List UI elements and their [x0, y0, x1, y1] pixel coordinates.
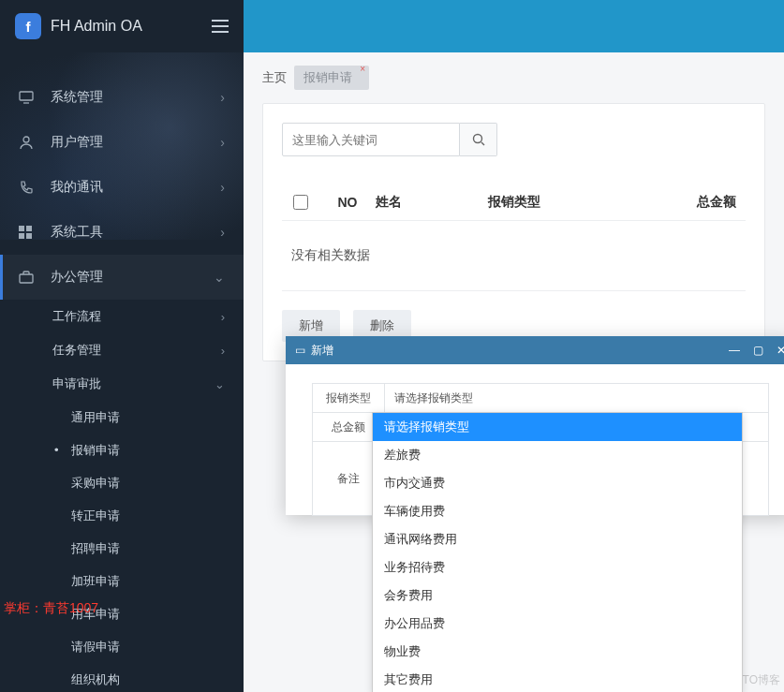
dropdown-option[interactable]: 会务费用 — [373, 582, 742, 610]
chevron-right-icon: › — [220, 180, 225, 195]
sidebar-label: 用户管理 — [51, 134, 103, 151]
chevron-down-icon: ⌄ — [214, 377, 225, 391]
close-icon[interactable]: ✕ — [777, 344, 784, 357]
sidebar-item-office[interactable]: 办公管理 ⌄ — [0, 255, 244, 300]
sidebar-leaf-general[interactable]: 通用申请 — [0, 401, 244, 434]
dropdown-option[interactable]: 请选择报销类型 — [373, 413, 742, 441]
chevron-right-icon: › — [221, 344, 225, 358]
th-type: 报销类型 — [488, 194, 675, 211]
table-header: NO 姓名 报销类型 总金额 — [282, 184, 746, 221]
dropdown-option[interactable]: 市内交通费 — [373, 469, 742, 497]
brand-logo: f — [15, 13, 41, 39]
type-dropdown: 请选择报销类型 差旅费 市内交通费 车辆使用费 通讯网络费用 业务招待费 会务费… — [372, 412, 743, 692]
svg-rect-6 — [20, 274, 33, 283]
search-input[interactable] — [282, 123, 460, 156]
form-row-type: 报销类型 请选择报销类型 — [312, 383, 769, 413]
tab-active[interactable]: 报销申请 × — [294, 66, 369, 90]
dropdown-option[interactable]: 车辆使用费 — [373, 497, 742, 525]
sidebar: f FH Admin OA 系统管理 › 用户管理 › 我的通讯 › 系统工具 … — [0, 0, 244, 692]
sidebar-label: 系统工具 — [51, 224, 103, 241]
menu-toggle-icon[interactable] — [212, 20, 229, 33]
briefcase-icon — [19, 271, 37, 284]
sidebar-leaf-hire[interactable]: 招聘申请 — [0, 532, 244, 565]
empty-state: 没有相关数据 — [282, 221, 746, 291]
chevron-right-icon: › — [220, 90, 225, 105]
dialog-titlebar[interactable]: ▭ 新增 — ▢ ✕ — [286, 336, 784, 364]
svg-point-7 — [473, 135, 481, 143]
dialog-title-text: 新增 — [311, 343, 333, 359]
svg-rect-0 — [20, 92, 33, 100]
sidebar-label: 加班申请 — [71, 573, 120, 590]
sidebar-label: 组织机构 — [71, 671, 120, 688]
topbar — [244, 0, 784, 52]
watermark-text: 掌柜：青苔1007 — [0, 600, 98, 617]
sidebar-label: 通用申请 — [71, 409, 120, 426]
th-amount: 总金额 — [675, 194, 746, 211]
chevron-right-icon: › — [221, 310, 225, 324]
dropdown-option[interactable]: 办公用品费 — [373, 610, 742, 638]
sidebar-leaf-purchase[interactable]: 采购申请 — [0, 466, 244, 499]
type-label: 报销类型 — [312, 383, 385, 413]
monitor-icon — [19, 91, 37, 104]
sidebar-label: 转正申请 — [71, 508, 120, 524]
dropdown-option[interactable]: 其它费用 — [373, 666, 742, 692]
sidebar-label: 报销申请 — [71, 442, 120, 459]
sidebar-label: 请假申请 — [71, 639, 120, 655]
select-all-checkbox[interactable] — [293, 195, 308, 210]
sidebar-label: 工作流程 — [52, 308, 101, 325]
phone-icon — [19, 180, 37, 195]
search-row — [282, 123, 746, 156]
minimize-icon[interactable]: — — [729, 344, 740, 357]
chevron-down-icon: ⌄ — [214, 270, 225, 285]
sidebar-label: 申请审批 — [52, 375, 101, 392]
th-name: 姓名 — [376, 194, 488, 211]
chevron-right-icon: › — [220, 135, 225, 150]
dropdown-option[interactable]: 通讯网络费用 — [373, 525, 742, 553]
sidebar-label: 办公管理 — [51, 269, 103, 286]
brand-title: FH Admin OA — [51, 18, 212, 35]
tab-label: 报销申请 — [303, 70, 352, 84]
sidebar-sub-workflow[interactable]: 工作流程 › — [0, 300, 244, 333]
sidebar-leaf-leave[interactable]: 请假申请 — [0, 630, 244, 663]
chevron-right-icon: › — [220, 225, 225, 240]
search-button[interactable] — [460, 123, 497, 156]
dropdown-option[interactable]: 业务招待费 — [373, 553, 742, 582]
sidebar-sub-task[interactable]: 任务管理 › — [0, 333, 244, 367]
grid-icon — [19, 226, 37, 239]
svg-rect-2 — [19, 226, 24, 231]
tab-bar: 主页 报销申请 × — [244, 52, 784, 103]
user-icon — [19, 135, 37, 150]
close-icon[interactable]: × — [360, 64, 365, 74]
th-no: NO — [319, 195, 376, 210]
svg-rect-5 — [26, 233, 32, 239]
sidebar-leaf-org[interactable]: 组织机构 — [0, 663, 244, 692]
type-select[interactable]: 请选择报销类型 — [385, 383, 769, 413]
svg-rect-3 — [26, 226, 32, 231]
sidebar-label: 任务管理 — [52, 342, 101, 359]
sidebar-sub-apply[interactable]: 申请审批 ⌄ — [0, 367, 244, 401]
sidebar-leaf-reimburse[interactable]: 报销申请 — [0, 434, 244, 466]
sidebar-item-system[interactable]: 系统管理 › — [0, 75, 244, 120]
svg-point-1 — [23, 137, 29, 142]
sidebar-label: 采购申请 — [71, 475, 120, 492]
sidebar-item-tools[interactable]: 系统工具 › — [0, 210, 244, 255]
tab-home[interactable]: 主页 — [262, 69, 287, 86]
svg-rect-4 — [19, 233, 24, 239]
search-icon — [472, 133, 485, 146]
dropdown-option[interactable]: 差旅费 — [373, 441, 742, 469]
sidebar-label: 系统管理 — [51, 89, 103, 106]
maximize-icon[interactable]: ▢ — [753, 344, 763, 357]
nav: 系统管理 › 用户管理 › 我的通讯 › 系统工具 › 办公管理 ⌄ 工作流程 … — [0, 52, 244, 692]
sidebar-item-user[interactable]: 用户管理 › — [0, 120, 244, 165]
sidebar-label: 招聘申请 — [71, 540, 120, 557]
sidebar-item-comm[interactable]: 我的通讯 › — [0, 165, 244, 210]
main-panel: NO 姓名 报销类型 总金额 没有相关数据 新增 删除 — [262, 103, 765, 361]
dropdown-option[interactable]: 物业费 — [373, 638, 742, 666]
sidebar-leaf-regular[interactable]: 转正申请 — [0, 499, 244, 532]
sidebar-leaf-overtime[interactable]: 加班申请 — [0, 565, 244, 597]
window-icon: ▭ — [295, 344, 305, 357]
select-all-cell — [282, 195, 319, 210]
sidebar-label: 我的通讯 — [51, 179, 103, 196]
brand-bar: f FH Admin OA — [0, 0, 244, 52]
